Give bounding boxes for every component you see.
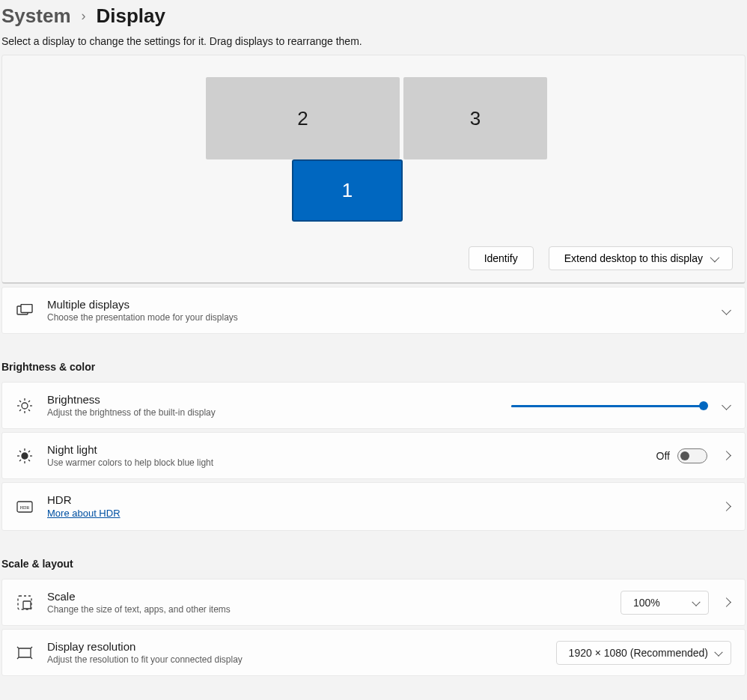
scale-row[interactable]: Scale Change the size of text, apps, and… bbox=[1, 579, 746, 626]
svg-line-8 bbox=[28, 410, 30, 411]
monitor-1-selected[interactable]: 1 bbox=[293, 160, 402, 221]
chevron-right-icon: › bbox=[82, 8, 86, 24]
section-brightness-color: Brightness & color bbox=[0, 337, 747, 379]
section-scale-layout: Scale & layout bbox=[0, 534, 747, 576]
resolution-dropdown[interactable]: 1920 × 1080 (Recommended) bbox=[556, 641, 731, 665]
multiple-displays-row[interactable]: Multiple displays Choose the presentatio… bbox=[1, 287, 746, 334]
scale-value: 100% bbox=[633, 597, 660, 609]
hdr-more-link[interactable]: More about HDR bbox=[47, 508, 121, 519]
display-arrangement-panel: 2 3 1 Identify Extend desktop to this di… bbox=[1, 55, 746, 284]
night-light-title: Night light bbox=[47, 443, 643, 456]
resolution-desc: Adjust the resolution to fit your connec… bbox=[47, 654, 543, 665]
scale-dropdown[interactable]: 100% bbox=[621, 591, 709, 615]
brightness-row[interactable]: Brightness Adjust the brightness of the … bbox=[1, 382, 746, 429]
night-light-row[interactable]: Night light Use warmer colors to help bl… bbox=[1, 432, 746, 479]
page-title: Display bbox=[97, 4, 166, 28]
brightness-icon bbox=[16, 397, 34, 415]
scale-icon bbox=[16, 594, 34, 612]
svg-line-7 bbox=[19, 401, 21, 402]
night-light-state: Off bbox=[656, 450, 670, 462]
svg-point-2 bbox=[22, 403, 28, 409]
monitor-2[interactable]: 2 bbox=[206, 77, 400, 159]
display-mode-dropdown[interactable]: Extend desktop to this display bbox=[549, 246, 733, 270]
scale-title: Scale bbox=[47, 590, 607, 603]
multiple-displays-title: Multiple displays bbox=[47, 298, 707, 311]
arrange-instruction: Select a display to change the settings … bbox=[0, 35, 747, 55]
chevron-down-icon bbox=[721, 402, 731, 409]
hdr-icon: HDR bbox=[16, 498, 34, 516]
svg-line-9 bbox=[28, 401, 30, 402]
chevron-right-icon bbox=[721, 452, 731, 459]
svg-line-10 bbox=[19, 410, 21, 411]
resolution-value: 1920 × 1080 (Recommended) bbox=[569, 647, 708, 659]
resolution-row[interactable]: Display resolution Adjust the resolution… bbox=[1, 629, 746, 676]
night-light-toggle[interactable] bbox=[677, 448, 707, 463]
svg-line-19 bbox=[19, 460, 21, 461]
svg-text:HDR: HDR bbox=[20, 505, 30, 510]
identify-label: Identify bbox=[484, 252, 518, 264]
svg-rect-24 bbox=[19, 648, 31, 657]
night-light-desc: Use warmer colors to help block blue lig… bbox=[47, 457, 643, 468]
svg-line-17 bbox=[28, 460, 30, 461]
svg-line-16 bbox=[19, 451, 21, 452]
monitor-3[interactable]: 3 bbox=[403, 77, 547, 159]
display-mode-label: Extend desktop to this display bbox=[564, 252, 703, 264]
hdr-row[interactable]: HDR HDR More about HDR bbox=[1, 482, 746, 531]
svg-line-18 bbox=[28, 451, 30, 452]
breadcrumb-parent[interactable]: System bbox=[1, 4, 71, 28]
identify-button[interactable]: Identify bbox=[469, 246, 534, 270]
scale-desc: Change the size of text, apps, and other… bbox=[47, 604, 607, 615]
chevron-right-icon bbox=[721, 599, 731, 606]
svg-rect-23 bbox=[23, 601, 31, 609]
svg-rect-1 bbox=[21, 304, 32, 312]
hdr-title: HDR bbox=[47, 493, 707, 506]
night-light-icon bbox=[16, 447, 34, 465]
chevron-down-icon bbox=[721, 307, 731, 314]
brightness-title: Brightness bbox=[47, 393, 498, 406]
breadcrumb: System › Display bbox=[0, 0, 747, 35]
svg-point-11 bbox=[22, 453, 28, 459]
brightness-desc: Adjust the brightness of the built-in di… bbox=[47, 407, 498, 418]
chevron-down-icon bbox=[710, 252, 717, 264]
resolution-title: Display resolution bbox=[47, 640, 543, 653]
chevron-right-icon bbox=[721, 503, 731, 510]
multiple-displays-desc: Choose the presentation mode for your di… bbox=[47, 312, 707, 323]
brightness-slider[interactable] bbox=[511, 400, 707, 412]
resolution-icon bbox=[16, 644, 34, 662]
multiple-displays-icon bbox=[16, 302, 34, 320]
